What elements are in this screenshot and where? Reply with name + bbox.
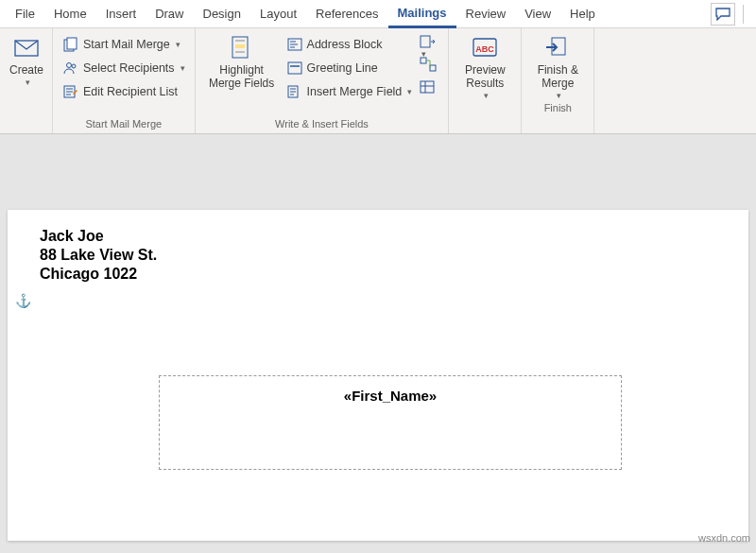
preview-results-button[interactable]: ABC Preview Results▾ — [455, 30, 515, 100]
return-address[interactable]: Jack Joe 88 Lake View St. Chicago 1022 — [40, 227, 157, 284]
tab-design[interactable]: Design — [194, 0, 250, 28]
merge-field-first-name[interactable]: «First_Name» — [344, 388, 437, 404]
greeting-line-icon — [286, 60, 303, 77]
greeting-line-button[interactable]: Greeting Line — [283, 57, 417, 79]
svg-rect-7 — [235, 44, 245, 48]
create-envelopes-button[interactable]: Create ▾ — [6, 30, 47, 87]
update-labels-button[interactable] — [420, 79, 438, 98]
group-label-create — [6, 87, 46, 93]
mail-merge-icon — [62, 36, 79, 53]
group-label-finish: Finish — [527, 100, 588, 117]
tab-help[interactable]: Help — [560, 0, 605, 28]
group-label-preview — [455, 100, 515, 106]
insert-merge-field-button[interactable]: Insert Merge Field▾ — [283, 80, 417, 103]
finish-merge-button[interactable]: Finish & Merge▾ — [527, 30, 588, 100]
tab-mailings[interactable]: Mailings — [388, 0, 456, 28]
envelope-icon — [10, 34, 43, 62]
envelope-page[interactable]: Jack Joe 88 Lake View St. Chicago 1022 ⚓… — [8, 210, 748, 541]
create-label: Create — [9, 64, 43, 78]
edit-recipient-list-button[interactable]: Edit Recipient List — [59, 80, 189, 103]
edit-list-icon — [62, 83, 79, 100]
tab-references[interactable]: References — [306, 0, 387, 28]
tab-view[interactable]: View — [515, 0, 560, 28]
preview-icon: ABC — [469, 34, 501, 62]
dropdown-caret: ▾ — [26, 78, 30, 87]
ribbon-tab-bar: File Home Insert Draw Design Layout Refe… — [0, 0, 756, 28]
anchor-icon: ⚓ — [15, 293, 31, 308]
comments-icon — [715, 8, 730, 21]
select-recipients-button[interactable]: Select Recipients▾ — [59, 57, 189, 79]
recipients-icon — [62, 60, 79, 77]
watermark: wsxdn.com — [698, 532, 750, 544]
svg-rect-9 — [288, 62, 301, 74]
tab-draw[interactable]: Draw — [146, 0, 193, 28]
svg-rect-11 — [421, 36, 430, 47]
svg-point-4 — [72, 64, 76, 68]
group-label-start-mail-merge: Start Mail Merge — [59, 116, 189, 133]
document-canvas[interactable]: Jack Joe 88 Lake View St. Chicago 1022 ⚓… — [0, 134, 756, 553]
tab-layout[interactable]: Layout — [250, 0, 306, 28]
tab-home[interactable]: Home — [44, 0, 96, 28]
ribbon: Create ▾ Start Mail Merge▾ Select Recipi… — [0, 28, 756, 134]
address-block-button[interactable]: Address Block — [283, 33, 417, 56]
insert-field-icon — [286, 83, 303, 100]
tab-file[interactable]: File — [6, 0, 44, 28]
svg-rect-2 — [67, 38, 77, 49]
recipient-textbox[interactable]: «First_Name» — [159, 375, 622, 470]
tab-insert[interactable]: Insert — [96, 0, 146, 28]
svg-text:ABC: ABC — [476, 44, 495, 54]
start-mail-merge-button[interactable]: Start Mail Merge▾ — [59, 33, 189, 56]
tab-review[interactable]: Review — [456, 0, 516, 28]
highlight-merge-fields-button[interactable]: Highlight Merge Fields — [201, 30, 283, 91]
svg-rect-14 — [421, 81, 434, 93]
svg-point-3 — [67, 63, 72, 68]
match-fields-button[interactable] — [420, 57, 438, 76]
finish-icon — [541, 34, 574, 62]
address-block-icon — [286, 36, 303, 53]
group-label-write-insert: Write & Insert Fields — [201, 116, 443, 133]
rules-button[interactable]: ▾ — [420, 34, 438, 53]
comments-button[interactable] — [711, 3, 735, 26]
highlight-icon — [226, 34, 258, 62]
svg-rect-13 — [430, 65, 436, 71]
